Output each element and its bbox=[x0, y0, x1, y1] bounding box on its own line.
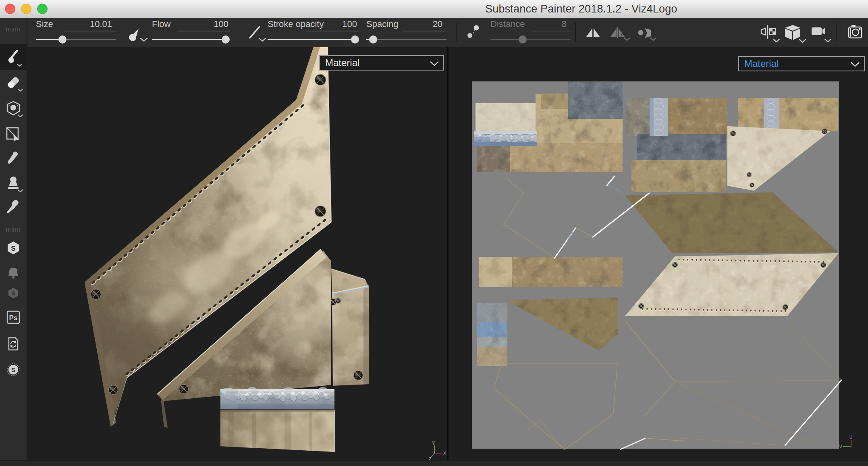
svg-text:S: S bbox=[11, 290, 15, 297]
svg-text:X: X bbox=[443, 451, 446, 456]
svg-text:Z: Z bbox=[429, 456, 432, 460]
svg-text:U: U bbox=[849, 435, 852, 439]
svg-text:x: x bbox=[621, 32, 623, 37]
svg-text:Y: Y bbox=[432, 441, 435, 445]
svg-text:Ps: Ps bbox=[9, 314, 18, 322]
svg-text:S: S bbox=[11, 366, 15, 373]
svg-text:V: V bbox=[839, 445, 842, 449]
svg-text:S: S bbox=[11, 245, 15, 252]
